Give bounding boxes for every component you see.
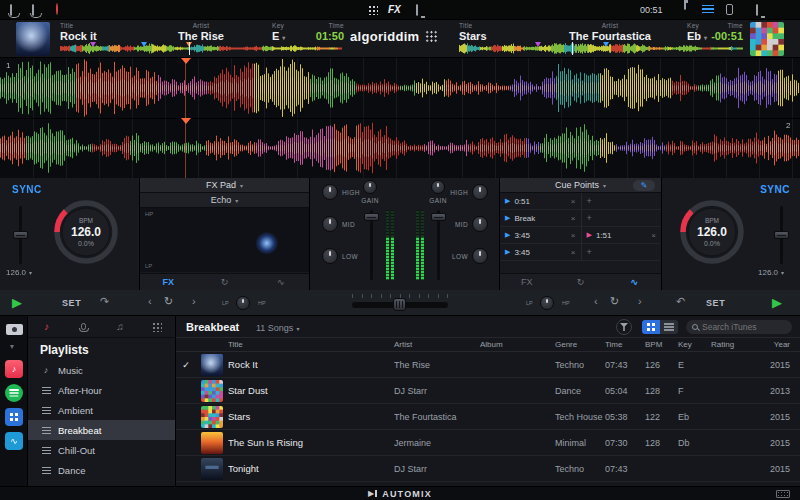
cue-add-icon[interactable]: + — [587, 213, 592, 223]
sidebar-item-chill-out[interactable]: Chill-Out — [28, 440, 175, 460]
deck2-album-art[interactable] — [750, 22, 784, 56]
cue-delete-icon[interactable]: × — [651, 231, 656, 240]
deck1-album-art[interactable] — [16, 22, 50, 56]
deck2-pitch-fader-handle[interactable] — [774, 231, 789, 239]
column-header-key[interactable]: Key — [678, 340, 711, 349]
filter-button[interactable] — [616, 319, 632, 335]
camera-icon[interactable] — [6, 324, 23, 335]
tab-songs-icon[interactable]: ♪ — [28, 321, 65, 332]
column-header-time[interactable]: Time — [605, 340, 645, 349]
deck1-main-waveform[interactable] — [0, 58, 800, 118]
tab-more-icon[interactable] — [138, 322, 175, 332]
sidebar-item-breakbeat[interactable]: Breakbeat — [28, 420, 175, 440]
cue-label[interactable]: 3:45 — [514, 248, 566, 257]
cue-play-icon[interactable]: ▶ — [505, 197, 510, 205]
column-header-bpm[interactable]: BPM — [645, 340, 678, 349]
deck2-bpm-dial[interactable]: BPM 126.0 0.0% — [678, 198, 746, 266]
deck1-sync-button[interactable]: SYNC — [12, 184, 42, 195]
deck2-main-waveform[interactable] — [0, 118, 800, 178]
deck2-key-selector[interactable]: Eb▾ — [687, 30, 707, 42]
sidebar-item-music[interactable]: ♪Music — [28, 360, 175, 380]
collection-count[interactable]: 11 Songs▾ — [256, 323, 299, 333]
deck2-loop-icon[interactable]: ↻ — [610, 295, 619, 308]
fx-effect-selector[interactable]: Echo▾ — [140, 193, 309, 208]
table-row[interactable]: ✓Rock ItThe RiseTechno07:43126E2015 — [176, 352, 800, 378]
table-row[interactable]: Star DustDJ StarrDance05:04128F2013 — [176, 378, 800, 404]
sidebar-item-ambient[interactable]: Ambient — [28, 400, 175, 420]
deck1-play-button[interactable]: ▶ — [12, 295, 22, 310]
channel-fader-left-handle[interactable] — [364, 213, 379, 221]
deck2-overview-waveform[interactable] — [459, 42, 743, 55]
gain-knob-left[interactable] — [363, 180, 377, 194]
cue-label[interactable]: 1:51 — [596, 231, 647, 240]
deck1-pitch-fader-handle[interactable] — [13, 231, 28, 239]
cue-add-icon[interactable]: + — [587, 247, 592, 257]
deck1-pitch-fader[interactable] — [19, 206, 22, 264]
eq-mid-knob-right[interactable] — [472, 216, 488, 232]
deck1-tempo-readout[interactable]: 126.0▾ — [6, 268, 32, 277]
cue-edit-button[interactable]: ✎ — [633, 180, 655, 191]
deck2-pitch-fader[interactable] — [780, 206, 783, 264]
device-icon[interactable] — [726, 4, 733, 15]
tab-fx[interactable]: FX — [140, 274, 196, 290]
view-grid-icon[interactable] — [368, 5, 378, 15]
grid-view-button[interactable] — [642, 320, 660, 334]
column-header-title[interactable]: Title — [228, 340, 394, 349]
files-source-icon[interactable] — [5, 408, 23, 426]
deck2-loop-double-button[interactable]: › — [638, 295, 642, 307]
tab-wave-icon[interactable]: ∿ — [253, 274, 309, 290]
deck2-jump-icon[interactable]: ↶ — [676, 295, 685, 308]
tab-wave-icon[interactable]: ∿ — [607, 274, 661, 290]
fx-panel-header[interactable]: FX Pad▾ — [140, 178, 309, 193]
column-header-album[interactable]: Album — [480, 340, 555, 349]
cue-delete-icon[interactable]: × — [571, 231, 576, 240]
cue-delete-icon[interactable]: × — [571, 214, 576, 223]
sidebar-item-dance[interactable]: Dance — [28, 460, 175, 480]
spotify-source-icon[interactable] — [5, 384, 23, 402]
deck2-filter-knob[interactable] — [540, 296, 554, 310]
deck1-loop-double-button[interactable]: › — [192, 295, 196, 307]
cue-label[interactable]: Break — [514, 214, 566, 223]
table-row[interactable]: TonightDJ StarrTechno07:432015 — [176, 456, 800, 482]
deck2-time[interactable]: -00:51 — [711, 30, 743, 42]
cue-play-icon[interactable]: ▶ — [505, 248, 510, 256]
eq-low-knob-right[interactable] — [472, 248, 488, 264]
deck1-jump-icon[interactable]: ↷ — [100, 295, 109, 308]
cloud-source-icon[interactable]: ∿ — [5, 432, 23, 450]
cue-label[interactable]: 3:45 — [514, 231, 566, 240]
tab-fx[interactable]: FX — [500, 274, 554, 290]
column-header-rating[interactable]: Rating — [711, 340, 751, 349]
cue-play-icon[interactable]: ▶ — [505, 231, 510, 239]
deck2-loop-halve-button[interactable]: ‹ — [594, 295, 598, 307]
deck1-loop-icon[interactable]: ↻ — [164, 295, 173, 308]
eq-low-knob-left[interactable] — [322, 248, 338, 264]
record-button[interactable] — [56, 3, 58, 15]
tab-loop-icon[interactable]: ↻ — [554, 274, 608, 290]
table-row[interactable]: StarsThe FourtasticaTech House05:38122Eb… — [176, 404, 800, 430]
automix-button[interactable]: ▶ AUTOMIX — [368, 489, 432, 499]
cue-play-icon[interactable]: ▶ — [587, 231, 592, 239]
deck2-tempo-readout[interactable]: 126.0▾ — [758, 268, 784, 277]
eq-high-knob-right[interactable] — [472, 184, 488, 200]
column-header-year[interactable]: Year — [751, 340, 800, 349]
tab-albums-icon[interactable]: ♫ — [102, 321, 139, 332]
deck1-filter-knob[interactable] — [236, 296, 250, 310]
monitor-icon[interactable] — [756, 4, 758, 16]
itunes-source-icon[interactable]: ♪ — [5, 360, 23, 378]
microphone-2-icon[interactable] — [32, 4, 34, 16]
collection-name[interactable]: Breakbeat — [186, 321, 239, 333]
eq-mid-knob-left[interactable] — [322, 216, 338, 232]
tab-loop-icon[interactable]: ↻ — [196, 274, 252, 290]
queue-icon[interactable] — [702, 5, 714, 14]
deck1-bpm-dial[interactable]: BPM 126.0 0.0% — [52, 198, 120, 266]
deck2-play-button[interactable]: ▶ — [772, 295, 782, 310]
video-out-icon[interactable] — [416, 4, 418, 16]
deck1-set-cue-button[interactable]: SET — [62, 298, 81, 308]
eq-high-knob-left[interactable] — [322, 184, 338, 200]
list-view-button[interactable] — [660, 320, 678, 334]
cue-add-icon[interactable]: + — [587, 196, 592, 206]
deck2-set-cue-button[interactable]: SET — [706, 298, 725, 308]
crossfader-handle[interactable] — [393, 298, 406, 311]
column-header-genre[interactable]: Genre — [555, 340, 605, 349]
tab-artists-icon[interactable] — [65, 323, 102, 330]
